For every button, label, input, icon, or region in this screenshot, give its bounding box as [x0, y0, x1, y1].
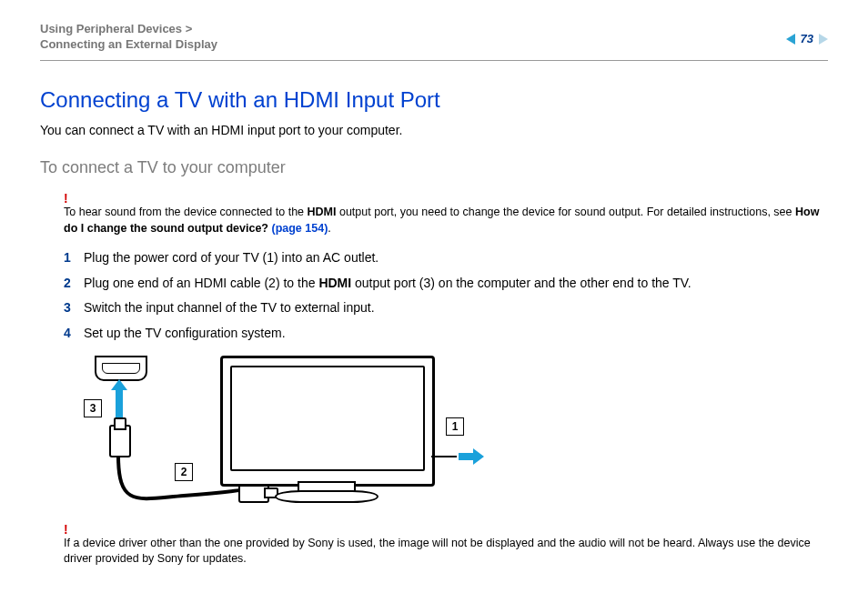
tv-icon: [220, 356, 435, 487]
page: Using Peripheral Devices > Connecting an…: [0, 0, 868, 613]
header: Using Peripheral Devices > Connecting an…: [40, 22, 828, 53]
page-title: Connecting a TV with an HDMI Input Port: [40, 85, 828, 116]
note-body: If a device driver other than the one pr…: [64, 525, 828, 568]
note-text: .: [328, 222, 330, 235]
step-bold: HDMI: [318, 276, 351, 290]
note-text: To hear sound from the device connected …: [64, 206, 308, 218]
next-page-icon[interactable]: [819, 34, 828, 45]
callout-2: 2: [175, 463, 193, 481]
page-link[interactable]: (page 154): [271, 222, 328, 235]
step-text: Switch the input channel of the TV to ex…: [84, 300, 375, 315]
note-body: To hear sound from the device connected …: [64, 194, 828, 236]
step-text: output port (3) on the computer and the …: [351, 276, 691, 290]
warning-icon: !: [64, 521, 68, 539]
pager: 73: [786, 22, 828, 47]
callout-3: 3: [84, 399, 102, 417]
arrow-right-icon: [459, 450, 482, 463]
note-driver-warning: ! If a device driver other than the one …: [40, 525, 828, 568]
callout-1: 1: [446, 417, 464, 436]
step-text: Plug one end of an HDMI cable (2) to the: [84, 276, 318, 290]
page-number: 73: [801, 31, 813, 47]
breadcrumb-section: Using Peripheral Devices: [40, 22, 182, 35]
power-cord-icon: [431, 456, 457, 457]
header-rule: [40, 60, 828, 61]
arrow-up-icon: [113, 379, 126, 419]
step-item: 4Set up the TV configuration system.: [64, 325, 828, 343]
warning-icon: !: [64, 190, 68, 208]
step-item: 1Plug the power cord of your TV (1) into…: [64, 249, 828, 267]
prev-page-icon[interactable]: [786, 34, 795, 45]
section-subheading: To connect a TV to your computer: [40, 156, 828, 179]
note-bold: HDMI: [308, 206, 337, 218]
note-sound-output: ! To hear sound from the device connecte…: [40, 194, 828, 236]
steps-list: 1Plug the power cord of your TV (1) into…: [40, 249, 828, 342]
note-text: output port, you need to change the devi…: [336, 206, 795, 218]
breadcrumb-sep: >: [186, 22, 193, 35]
breadcrumb-page: Connecting an External Display: [40, 37, 217, 51]
tv-base-icon: [275, 490, 378, 503]
hdmi-port-icon: [95, 356, 147, 381]
step-item: 2Plug one end of an HDMI cable (2) to th…: [64, 275, 828, 293]
intro-text: You can connect a TV with an HDMI input …: [40, 122, 828, 140]
connection-diagram: 3 2 1: [84, 354, 484, 518]
step-item: 3Switch the input channel of the TV to e…: [64, 299, 828, 317]
step-text: Plug the power cord of your TV (1) into …: [84, 250, 378, 265]
breadcrumb: Using Peripheral Devices > Connecting an…: [40, 22, 217, 53]
step-text: Set up the TV configuration system.: [84, 326, 286, 340]
